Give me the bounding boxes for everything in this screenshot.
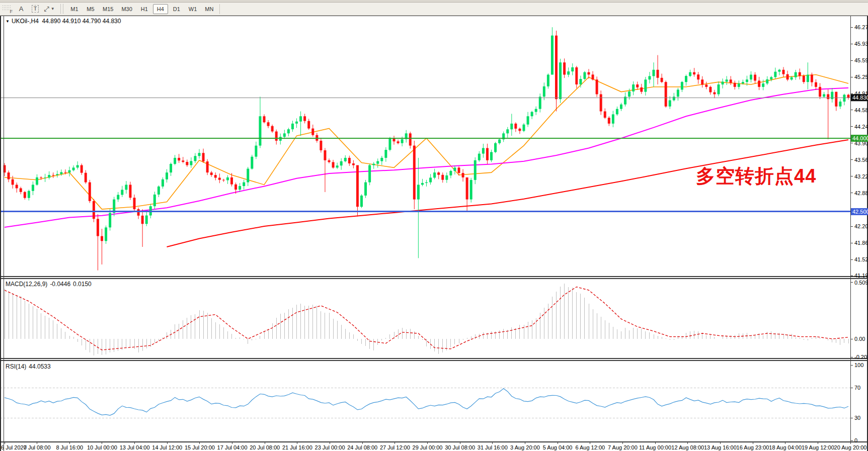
time-tick-label: 21 Jul 16:00 xyxy=(282,444,312,450)
rsi-panel[interactable] xyxy=(0,388,850,418)
candle-body xyxy=(486,148,489,160)
candle-body xyxy=(644,79,647,92)
candle-body xyxy=(162,179,164,187)
candle-body xyxy=(640,87,643,92)
candle-body xyxy=(543,86,545,97)
timeframe-button-w1[interactable]: W1 xyxy=(185,4,201,14)
candle-body xyxy=(726,79,728,81)
candle-body xyxy=(709,87,712,93)
text-icon[interactable]: A xyxy=(15,4,28,14)
macd-panel[interactable] xyxy=(5,284,848,355)
candle-body xyxy=(60,172,62,174)
candle-body xyxy=(689,72,691,76)
candle-body xyxy=(636,84,639,87)
candle-body xyxy=(255,146,257,157)
candle-body xyxy=(356,165,359,207)
timeframe-button-m5[interactable]: M5 xyxy=(83,4,98,14)
candle-body xyxy=(376,161,379,164)
candle-body xyxy=(612,114,614,123)
price-tick-label: 44.580 xyxy=(854,107,868,113)
candlesticks[interactable] xyxy=(4,27,850,270)
time-tick-label: 6 Jul 2020 xyxy=(1,444,27,450)
price-tick-label: 45.250 xyxy=(854,74,868,80)
candle-body xyxy=(466,177,468,200)
rsi-panel-label: RSI(14)44.0533 xyxy=(6,363,53,370)
price-tick-label: 45.590 xyxy=(854,57,868,63)
macd-histogram xyxy=(5,284,848,355)
price-tick-label: 0.00 xyxy=(854,336,865,342)
ma-slow-red-line[interactable] xyxy=(167,140,849,247)
dropdown-caret-icon[interactable]: ▼ xyxy=(51,7,55,11)
candle-body xyxy=(494,143,497,152)
timeframe-button-mn[interactable]: MN xyxy=(201,4,217,14)
candle-body xyxy=(48,175,50,177)
candle-body xyxy=(401,139,404,143)
candle-body xyxy=(186,162,188,165)
price-marker-label: 44.000 xyxy=(852,135,868,141)
time-tick-label: 31 Jul 16:00 xyxy=(478,444,508,450)
timeframe-button-h1[interactable]: H1 xyxy=(137,4,152,14)
candle-body xyxy=(299,116,302,121)
candle-body xyxy=(746,79,748,82)
price-tick-label: 43.220 xyxy=(854,173,868,179)
candle-body xyxy=(750,75,752,80)
candle-body xyxy=(474,160,477,180)
price-marker-label: 44.830 xyxy=(852,95,868,101)
candle-body xyxy=(673,97,675,100)
candle-body xyxy=(847,95,850,98)
macd-panel-label: MACD(12,26,9)-0.04460.0150 xyxy=(6,281,94,288)
chart-dropdown-icon[interactable]: ▼ xyxy=(6,19,10,24)
candle-body xyxy=(762,83,764,87)
candle-body xyxy=(380,158,383,161)
candle-body xyxy=(230,177,233,185)
fibonacci-retracement-icon[interactable]: F xyxy=(1,4,14,14)
text-label-glyph: T xyxy=(32,5,39,13)
chart-canvas[interactable]: 46.27045.93045.59045.25044.91044.58044.2… xyxy=(0,16,868,451)
arrows-icon[interactable]: ⤢ ▼ xyxy=(43,4,56,14)
candle-body xyxy=(247,168,249,182)
timeframe-button-m1[interactable]: M1 xyxy=(67,4,82,14)
time-axis[interactable]: 6 Jul 20207 Jul 08:008 Jul 16:0010 Jul 0… xyxy=(1,442,866,450)
candle-body xyxy=(372,164,375,165)
time-tick-label: 15 Jul 20:00 xyxy=(185,444,215,450)
chart-symbol-title: UKOil-,H4 xyxy=(12,18,39,25)
chart-title: ▼UKOil-,H4 44.890 44.910 44.790 44.830 xyxy=(6,18,121,25)
candle-body xyxy=(462,173,464,177)
candle-body xyxy=(364,183,367,196)
price-axis[interactable]: 46.27045.93045.59045.25044.91044.58044.2… xyxy=(850,24,868,443)
text-label-icon[interactable]: T xyxy=(29,4,42,14)
toolbar-grip-handle[interactable] xyxy=(60,4,63,14)
time-tick-label: 17 Jul 04:00 xyxy=(217,444,248,450)
candle-body xyxy=(433,172,436,177)
candle-body xyxy=(445,175,448,180)
time-tick-label: 23 Jul 00:00 xyxy=(315,444,345,450)
candle-body xyxy=(843,95,845,102)
timeframe-button-h4[interactable]: H4 xyxy=(153,4,168,14)
price-tick-label: 45.930 xyxy=(854,41,868,47)
candle-body xyxy=(157,187,160,195)
price-tick-label: 46.270 xyxy=(854,24,868,30)
candle-body xyxy=(291,124,294,129)
candle-body xyxy=(506,129,509,133)
candle-body xyxy=(214,175,217,177)
fibonacci-grid-glyph: F xyxy=(3,6,12,13)
candle-body xyxy=(360,196,363,207)
price-tick-label: 100 xyxy=(854,362,863,368)
chart-window[interactable]: 46.27045.93045.59045.25044.91044.58044.2… xyxy=(0,16,868,451)
timeframe-toolbar: M1 M5 M15 M30 H1 H4 D1 W1 MN xyxy=(66,4,217,14)
main-price-panel[interactable] xyxy=(0,27,850,270)
candle-body xyxy=(226,177,229,181)
candle-body xyxy=(657,70,659,78)
candle-body xyxy=(368,165,371,183)
candle-body xyxy=(101,236,103,241)
candle-body xyxy=(807,75,809,82)
candle-body xyxy=(166,172,168,179)
timeframe-button-m15[interactable]: M15 xyxy=(99,4,117,14)
ma-mid-magenta-line[interactable] xyxy=(5,88,848,227)
timeframe-button-d1[interactable]: D1 xyxy=(169,4,184,14)
timeframe-button-m30[interactable]: M30 xyxy=(118,4,135,14)
candle-body xyxy=(677,89,679,97)
chart-annotation-text[interactable]: 多空转折点44 xyxy=(696,163,816,189)
candle-body xyxy=(831,92,833,100)
candle-body xyxy=(738,83,740,87)
